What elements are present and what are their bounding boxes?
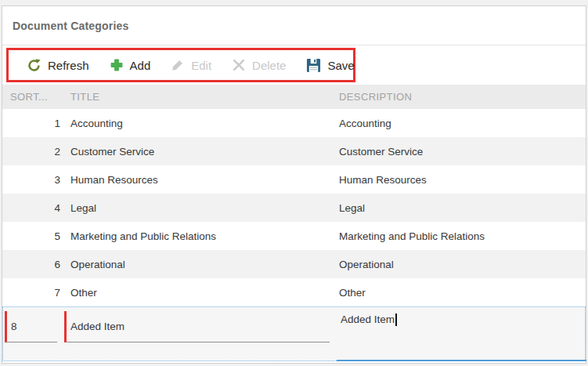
- edit-label: Edit: [191, 59, 211, 72]
- title-cell: Customer Service: [64, 146, 335, 158]
- column-header-sort[interactable]: SORT...: [2, 91, 64, 103]
- page-title: Document Categories: [13, 20, 129, 32]
- panel-title-bar: Document Categories: [2, 6, 586, 45]
- sort-editor-field[interactable]: 8: [5, 311, 57, 342]
- toolbar-highlight-box: Refresh Add Edit: [6, 48, 355, 82]
- title-cell: Accounting: [64, 118, 335, 129]
- title-cell: Legal: [64, 202, 335, 214]
- column-header-title[interactable]: TITLE: [64, 91, 335, 103]
- sort-cell: 3: [2, 174, 64, 186]
- title-cell: Other: [64, 287, 335, 299]
- table-row[interactable]: 5 Marketing and Public Relations Marketi…: [2, 222, 586, 250]
- title-editor-value: Added Item: [70, 321, 124, 332]
- sort-cell: 2: [2, 146, 64, 158]
- title-cell: Operational: [64, 259, 335, 270]
- refresh-label: Refresh: [48, 59, 89, 72]
- sort-cell: 5: [2, 230, 64, 242]
- title-cell: Marketing and Public Relations: [64, 230, 335, 242]
- table-row[interactable]: 1 Accounting Accounting: [2, 109, 586, 137]
- delete-button[interactable]: Delete: [222, 52, 296, 78]
- sort-editor-value: 8: [11, 321, 17, 332]
- document-categories-screen: { "panel": { "title": "Document Categori…: [0, 0, 588, 366]
- description-cell: Customer Service: [335, 146, 586, 158]
- grid-header-row: SORT... TITLE DESCRIPTION: [2, 85, 586, 109]
- description-editor-value: Added Item: [341, 313, 395, 325]
- description-cell: Marketing and Public Relations: [335, 230, 586, 242]
- sort-cell: 1: [2, 118, 64, 129]
- table-row[interactable]: 2 Customer Service Customer Service: [2, 137, 586, 165]
- delete-label: Delete: [252, 59, 286, 72]
- title-editor-field[interactable]: Added Item: [64, 311, 330, 342]
- refresh-icon: [27, 58, 41, 73]
- save-icon: [306, 58, 321, 73]
- description-cell: Other: [335, 287, 586, 299]
- save-label: Save: [327, 59, 354, 72]
- pencil-icon: [171, 58, 185, 72]
- table-row[interactable]: 7 Other Other: [2, 278, 586, 306]
- save-button[interactable]: Save: [296, 52, 364, 78]
- add-label: Add: [130, 59, 151, 72]
- edit-button[interactable]: Edit: [161, 52, 222, 78]
- x-icon: [232, 58, 246, 72]
- text-cursor: [395, 313, 397, 326]
- description-cell: Operational: [335, 259, 586, 270]
- column-header-description[interactable]: DESCRIPTION: [335, 91, 586, 103]
- sort-cell: 6: [2, 259, 64, 270]
- table-row[interactable]: 3 Human Resources Human Resources: [2, 165, 586, 194]
- refresh-button[interactable]: Refresh: [16, 52, 99, 78]
- description-editor-field[interactable]: Added Item: [337, 307, 586, 361]
- title-cell: Human Resources: [64, 174, 335, 186]
- document-categories-panel: Document Categories Refresh: [2, 5, 586, 364]
- description-cell: Legal: [335, 202, 586, 214]
- table-row[interactable]: 6 Operational Operational: [2, 250, 586, 278]
- description-cell: Accounting: [335, 118, 586, 129]
- toolbar: Refresh Add Edit: [2, 45, 586, 85]
- description-cell: Human Resources: [335, 174, 586, 186]
- table-row[interactable]: 4 Legal Legal: [2, 194, 586, 222]
- sort-cell: 4: [2, 202, 64, 214]
- add-button[interactable]: Add: [99, 52, 161, 78]
- plus-icon: [110, 58, 124, 72]
- edit-row[interactable]: 8 Added Item Added Item: [2, 306, 586, 361]
- sort-cell: 7: [2, 287, 64, 299]
